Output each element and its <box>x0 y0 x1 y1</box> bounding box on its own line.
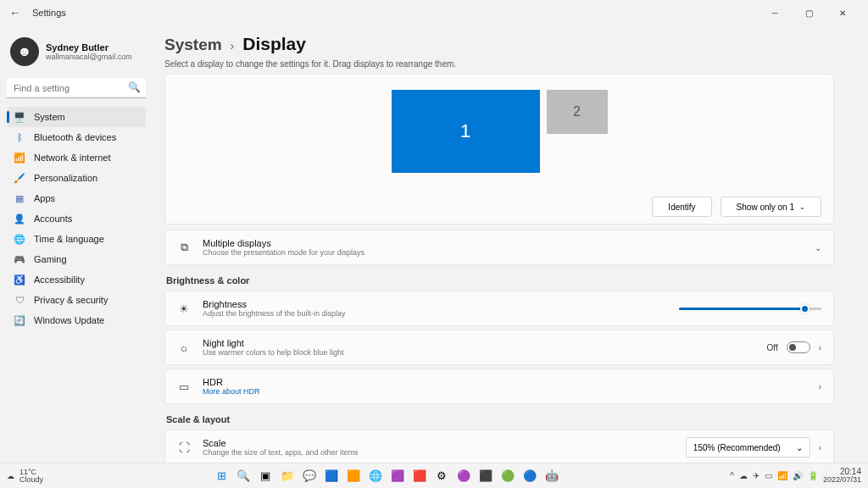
maximize-button[interactable]: ▢ <box>792 1 826 25</box>
display-1[interactable]: 1 <box>392 90 540 173</box>
scale-icon: ⛶ <box>177 441 191 454</box>
sidebar-item-personalization[interactable]: 🖌️Personalization <box>7 168 146 188</box>
sidebar-item-accessibility[interactable]: ♿Accessibility <box>7 269 146 290</box>
chevron-right-icon[interactable]: › <box>819 343 821 352</box>
refresh-icon: 🔄 <box>14 314 25 326</box>
display-2[interactable]: 2 <box>547 90 608 134</box>
show-on-dropdown[interactable]: Show only on 1⌄ <box>721 197 821 217</box>
monitors-icon: ⧉ <box>177 241 191 254</box>
taskbar-clock[interactable]: 20:14 2022/07/31 <box>823 468 861 484</box>
display-icon: 🖥️ <box>14 111 25 123</box>
chevron-right-icon[interactable]: › <box>819 382 821 391</box>
tray-volume-icon[interactable]: 🔊 <box>793 471 803 480</box>
app-icon[interactable]: 🟪 <box>388 467 407 485</box>
minimize-button[interactable]: ─ <box>758 1 792 25</box>
user-email: wallmaniacal@gmail.com <box>46 53 132 61</box>
hdr-link[interactable]: More about HDR <box>203 387 260 396</box>
chevron-right-icon[interactable]: › <box>819 443 821 452</box>
show-on-label: Show only on 1 <box>737 202 794 212</box>
app-icon[interactable]: 🟥 <box>410 467 429 485</box>
sidebar-item-update[interactable]: 🔄Windows Update <box>7 310 146 330</box>
tray-send-icon[interactable]: ✈ <box>753 471 760 480</box>
avatar: ☻ <box>10 37 39 66</box>
explorer-icon[interactable]: 📁 <box>278 467 297 485</box>
row-title: Multiple displays <box>203 238 364 248</box>
person-icon: 👤 <box>14 213 25 225</box>
row-night-light[interactable]: ☼ Night light Use warmer colors to help … <box>164 330 834 365</box>
app-icon[interactable]: 🟧 <box>344 467 363 485</box>
sidebar-item-label: Windows Update <box>34 315 104 325</box>
row-title: Night light <box>203 338 344 348</box>
sidebar-item-bluetooth[interactable]: ᛒBluetooth & devices <box>7 127 146 147</box>
row-brightness: ☀ Brightness Adjust the brightness of th… <box>164 291 834 326</box>
brightness-slider[interactable] <box>679 308 821 310</box>
row-scale[interactable]: ⛶ Scale Change the size of text, apps, a… <box>164 430 834 463</box>
identify-label: Identify <box>668 202 695 212</box>
section-scale-layout: Scale & layout <box>166 414 834 424</box>
wifi-icon: 📶 <box>14 152 25 164</box>
taskbar: ☁ 11°C Cloudy ⊞ 🔍 ▣ 📁 💬 🟦 🟧 🌐 🟪 🟥 ⚙ 🟣 ⬛ … <box>0 463 868 488</box>
identify-button[interactable]: Identify <box>652 197 711 217</box>
steam-icon[interactable]: ⚙ <box>432 467 451 485</box>
sidebar-item-label: Network & internet <box>34 152 110 163</box>
tray-onedrive-icon[interactable]: ☁ <box>739 471 748 480</box>
clock-date: 2022/07/31 <box>823 476 861 484</box>
tray-lang-icon[interactable]: ▭ <box>765 471 772 480</box>
toggle-state: Off <box>767 343 778 352</box>
display-arrangement: 1 2 <box>165 90 833 173</box>
app-icon[interactable]: ⬛ <box>476 467 495 485</box>
tray-battery-icon[interactable]: 🔋 <box>808 471 818 480</box>
search-icon[interactable]: 🔍 <box>128 81 141 93</box>
sidebar-item-system[interactable]: 🖥️System <box>7 107 146 127</box>
weather-cond: Cloudy <box>19 476 43 484</box>
app-icon[interactable]: 🔵 <box>520 467 539 485</box>
search-button[interactable]: 🔍 <box>234 467 253 485</box>
tray-wifi-icon[interactable]: 📶 <box>777 471 787 480</box>
night-light-toggle[interactable] <box>787 341 810 353</box>
sidebar-item-network[interactable]: 📶Network & internet <box>7 147 146 168</box>
system-tray: ^ ☁ ✈ ▭ 📶 🔊 🔋 20:14 2022/07/31 <box>730 468 861 484</box>
row-desc: Adjust the brightness of the built-in di… <box>203 309 346 318</box>
spotify-icon[interactable]: 🟢 <box>498 467 517 485</box>
user-name: Sydney Butler <box>46 42 132 53</box>
chrome-icon[interactable]: 🌐 <box>366 467 385 485</box>
row-multiple-displays[interactable]: ⧉ Multiple displays Choose the presentat… <box>164 230 834 265</box>
weather-widget[interactable]: ☁ 11°C Cloudy <box>7 469 43 484</box>
app-icon[interactable]: 🟦 <box>322 467 341 485</box>
close-button[interactable]: ✕ <box>826 1 860 25</box>
row-title: Scale <box>203 438 359 448</box>
back-button[interactable]: ← <box>8 6 22 19</box>
globe-icon: 🌐 <box>14 233 25 245</box>
breadcrumb-parent[interactable]: System <box>164 36 222 54</box>
sidebar-item-apps[interactable]: ▦Apps <box>7 188 146 208</box>
row-desc: Choose the presentation mode for your di… <box>203 248 364 257</box>
tray-chevron-icon[interactable]: ^ <box>730 471 734 480</box>
chevron-down-icon: ⌄ <box>796 443 803 452</box>
accessibility-icon: ♿ <box>14 274 25 286</box>
scale-value: 150% (Recommended) <box>693 443 781 452</box>
sun-icon: ☀ <box>177 302 191 315</box>
start-button[interactable]: ⊞ <box>212 467 231 485</box>
taskview-button[interactable]: ▣ <box>256 467 275 485</box>
app-icon[interactable]: 🤖 <box>542 467 561 485</box>
app-icon[interactable]: 💬 <box>300 467 319 485</box>
apps-icon: ▦ <box>14 192 25 204</box>
row-desc: Change the size of text, apps, and other… <box>203 448 359 457</box>
app-icon[interactable]: 🟣 <box>454 467 473 485</box>
row-hdr[interactable]: ▭ HDR More about HDR › <box>164 369 834 404</box>
page-title: Display <box>242 34 306 54</box>
sidebar-item-label: Accounts <box>34 214 72 224</box>
sidebar-item-label: Personalization <box>34 173 97 183</box>
scale-dropdown[interactable]: 150% (Recommended) ⌄ <box>686 437 810 458</box>
sidebar-item-privacy[interactable]: 🛡Privacy & security <box>7 290 146 310</box>
sidebar-item-gaming[interactable]: 🎮Gaming <box>7 249 146 269</box>
taskbar-center: ⊞ 🔍 ▣ 📁 💬 🟦 🟧 🌐 🟪 🟥 ⚙ 🟣 ⬛ 🟢 🔵 🤖 <box>43 467 730 485</box>
chevron-down-icon[interactable]: ⌄ <box>815 243 821 252</box>
sidebar-item-label: Apps <box>34 193 55 203</box>
user-profile[interactable]: ☻ Sydney Butler wallmaniacal@gmail.com <box>7 30 146 78</box>
sidebar-item-label: Privacy & security <box>34 295 108 305</box>
sidebar-item-timelanguage[interactable]: 🌐Time & language <box>7 229 146 249</box>
search-input[interactable] <box>7 78 146 98</box>
sidebar-item-accounts[interactable]: 👤Accounts <box>7 208 146 229</box>
breadcrumb: System › Display <box>164 34 834 54</box>
